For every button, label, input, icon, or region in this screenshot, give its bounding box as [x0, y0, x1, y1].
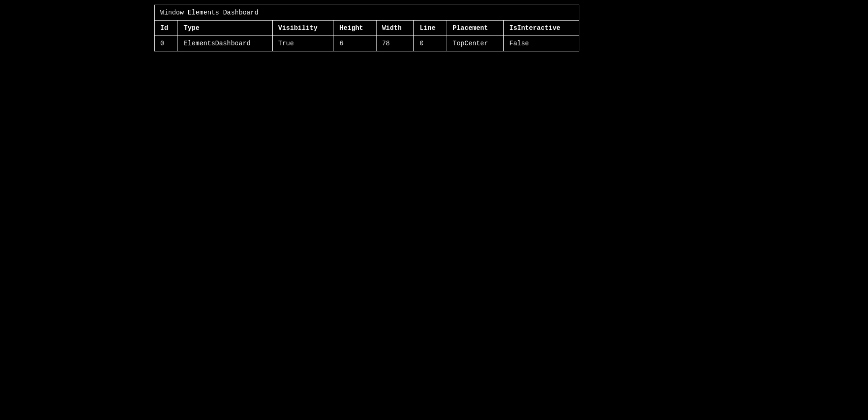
col-header-placement: Placement — [447, 21, 504, 36]
col-header-visibility: Visibility — [272, 21, 334, 36]
cell-visibility: True — [272, 36, 334, 51]
col-header-width: Width — [376, 21, 414, 36]
col-header-height: Height — [334, 21, 376, 36]
cell-width: 78 — [376, 36, 414, 51]
cell-type: ElementsDashboard — [178, 36, 272, 51]
table-title: Window Elements Dashboard — [155, 5, 579, 21]
cell-placement: TopCenter — [447, 36, 504, 51]
col-header-isinteractive: IsInteractive — [504, 21, 579, 36]
col-header-id: Id — [155, 21, 178, 36]
elements-table: Window Elements Dashboard Id Type Visibi… — [154, 5, 579, 51]
col-header-type: Type — [178, 21, 272, 36]
cell-isinteractive: False — [504, 36, 579, 51]
col-header-line: Line — [414, 21, 447, 36]
table-row: 0 ElementsDashboard True 6 78 0 TopCente… — [155, 36, 579, 51]
cell-line: 0 — [414, 36, 447, 51]
cell-height: 6 — [334, 36, 376, 51]
cell-id: 0 — [155, 36, 178, 51]
dashboard-container: Window Elements Dashboard Id Type Visibi… — [154, 5, 579, 51]
